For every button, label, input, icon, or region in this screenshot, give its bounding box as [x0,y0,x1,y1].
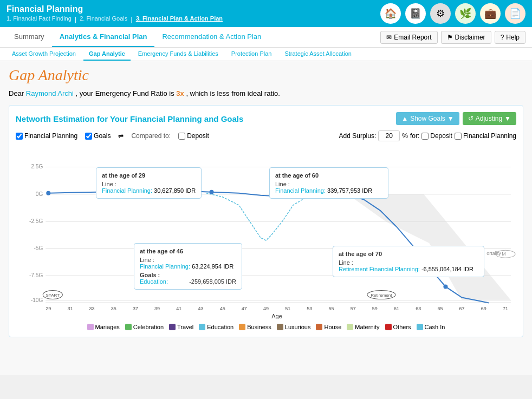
sec-nav-tabs: Summary Analytics & Financial Plan Recom… [7,27,269,47]
steps-row: 1. Financial Fact Finding | 2. Financial… [7,15,223,23]
svg-text:Age: Age [271,313,282,319]
for-fp-checkbox[interactable] [455,133,462,140]
svg-text:2.5G: 2.5G [31,163,43,169]
legend-cashin: Cash In [417,324,445,330]
legend-color-business [239,324,245,330]
for-deposit-check[interactable]: Deposit [421,132,452,140]
legend-luxurious: Luxurious [277,324,311,330]
tab-summary[interactable]: Summary [7,27,52,47]
book-icon[interactable]: 📓 [405,3,426,24]
tab-analytics[interactable]: Analytics & Financial Plan [52,27,155,47]
svg-text:55: 55 [329,306,334,311]
briefcase-icon[interactable]: 💼 [480,3,501,24]
fp-checkbox[interactable] [16,133,23,140]
chevron-down-icon-2: ▼ [504,115,511,122]
tab-recommendation[interactable]: Recommendation & Action Plan [154,27,269,47]
svg-point-39 [210,190,214,194]
step-3[interactable]: 3. Financial Plan & Action Plan [136,15,223,23]
description-text: Dear Raymond Archi , your Emergency Fund… [9,89,523,97]
deposit-compare-check[interactable]: Deposit [178,132,209,140]
legend-color-others [385,324,392,330]
svg-text:53: 53 [307,306,312,311]
home-icon[interactable]: 🏠 [380,3,401,24]
document-icon[interactable]: 📄 [505,3,525,24]
svg-text:START: START [46,293,60,298]
financial-planning-check[interactable]: Financial Planning [16,132,77,140]
svg-text:33: 33 [89,306,95,311]
step-2[interactable]: 2. Financial Goals [80,15,127,23]
top-bar: Financial Planning 1. Financial Fact Fin… [0,0,532,27]
chart-area: 2.5G 0G -2.5G -5G -7.5G -10G [16,146,516,320]
email-report-button[interactable]: ✉ Email Report [380,31,437,44]
adjusting-button[interactable]: ↺ Adjusting ▼ [463,112,516,125]
leaf-icon[interactable]: 🌿 [455,3,476,24]
legend-color-luxurious [277,324,283,330]
svg-text:69: 69 [481,306,486,311]
chevron-down-icon: ▼ [447,115,454,122]
chart-header: Networth Estimation for Your Financial P… [16,112,516,125]
sec-nav-right: ✉ Email Report ⚑ Disclaimer ? Help [380,31,525,44]
svg-text:-5G: -5G [34,245,43,251]
subtab-strategic[interactable]: Strategic Asset Allocation [279,48,357,61]
goals-check[interactable]: Goals [85,132,111,140]
svg-text:0G: 0G [36,191,43,197]
surplus-input[interactable] [378,130,400,141]
legend-color-maternity [347,324,353,330]
svg-text:67: 67 [459,306,465,311]
svg-text:41: 41 [176,306,181,311]
user-name: Raymond Archi [26,89,74,97]
legend-color-cashin [417,324,423,330]
legend-color-education [199,324,205,330]
svg-text:Retirement: Retirement [371,293,392,298]
email-icon: ✉ [386,34,392,41]
nav-icons: 🏠 📓 ⚙ 🌿 💼 📄 [380,3,525,24]
svg-text:45: 45 [220,306,225,311]
svg-text:71: 71 [503,306,508,311]
legend-color-house [316,324,322,330]
for-deposit-checkbox[interactable] [421,133,429,140]
sec-nav: Summary Analytics & Financial Plan Recom… [0,27,532,48]
svg-text:61: 61 [394,306,399,311]
help-icon: ? [501,34,504,41]
svg-text:-2.5G: -2.5G [29,218,43,224]
flag-icon: ⚑ [447,34,453,41]
svg-text:29: 29 [46,306,51,311]
legend-color-mariages [87,324,94,330]
app-title: Financial Planning [7,4,223,14]
subtab-gap-analytic[interactable]: Gap Analytic [83,48,131,61]
svg-text:57: 57 [351,306,356,311]
legend-celebration: Celebration [125,324,164,330]
surplus-group: Add Surplus: % for: Deposit Financial Pl… [339,130,516,141]
section-title: Gap Analytic [9,67,523,84]
chart-title: Networth Estimation for Your Financial P… [16,114,243,123]
legend-education: Education [199,324,233,330]
svg-text:43: 43 [198,306,203,311]
svg-text:35: 35 [111,306,116,311]
subtab-protection[interactable]: Protection Plan [226,48,277,61]
goals-checkbox[interactable] [85,133,92,140]
svg-text:39: 39 [154,306,160,311]
legend-mariages: Mariages [87,324,120,330]
chart-options: Financial Planning Goals ⇌ Compared to: … [16,130,516,141]
for-fp-check[interactable]: Financial Planning [455,132,516,140]
disclaimer-button[interactable]: ⚑ Disclaimer [441,31,491,44]
svg-text:63: 63 [416,306,421,311]
svg-text:49: 49 [263,306,269,311]
legend-business: Business [239,324,271,330]
deposit-compare-checkbox[interactable] [178,133,185,140]
svg-point-37 [46,191,50,195]
subtab-asset-growth[interactable]: Asset Growth Projection [7,48,81,61]
gear-icon[interactable]: ⚙ [430,3,451,24]
chart-svg: 2.5G 0G -2.5G -5G -7.5G -10G [16,146,516,319]
svg-point-40 [443,284,447,289]
svg-text:M: M [502,251,506,257]
subtab-emergency[interactable]: Emergency Funds & Liabilities [133,48,224,61]
svg-text:-10G: -10G [31,297,43,303]
help-button[interactable]: ? Help [495,31,525,44]
svg-text:37: 37 [133,306,138,311]
legend-travel: Travel [169,324,193,330]
show-goals-button[interactable]: ▲ Show Goals ▼ [396,112,459,125]
step-1[interactable]: 1. Financial Fact Finding [7,15,72,23]
svg-text:47: 47 [242,306,247,311]
chart-box: Networth Estimation for Your Financial P… [9,105,523,337]
